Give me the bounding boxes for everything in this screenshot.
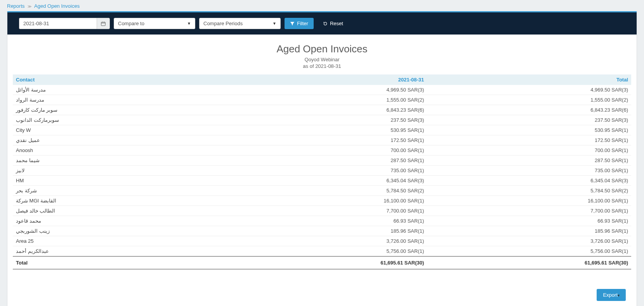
table-row: Area 253,726.00 SAR(1)3,726.00 SAR(1) [13, 236, 631, 246]
table-header-row: Contact 2021-08-31 Total [13, 74, 631, 85]
date-input-group [19, 18, 110, 29]
cell-contact[interactable]: سوبر ماركت كارفور [13, 105, 223, 115]
date-input[interactable] [19, 18, 97, 29]
export-button[interactable]: Export▾ [597, 289, 626, 301]
filter-button[interactable]: Filter [285, 18, 314, 29]
cell-period: 5,784.50 SAR(2) [223, 186, 427, 196]
aged-invoices-table: Contact 2021-08-31 Total مدرسة الأوائل4,… [13, 74, 631, 270]
cell-total: 700.00 SAR(1) [427, 145, 631, 156]
col-period[interactable]: 2021-08-31 [223, 74, 427, 85]
export-button-label: Export [603, 292, 618, 298]
table-footer-row: Total 61,695.61 SAR(30) 61,695.61 SAR(30… [13, 256, 631, 269]
cell-period: 6,843.23 SAR(6) [223, 105, 427, 115]
cell-period: 735.00 SAR(1) [223, 166, 427, 176]
cell-contact[interactable]: عميل نقدي [13, 135, 223, 145]
cell-period: 700.00 SAR(1) [223, 145, 427, 156]
caret-down-icon: ▼ [187, 21, 191, 26]
cell-total: 16,100.00 SAR(1) [427, 196, 631, 206]
cell-period: 66.93 SAR(1) [223, 216, 427, 226]
cell-period: 3,726.00 SAR(1) [223, 236, 427, 246]
cell-contact[interactable]: مدرسة الأوائل [13, 85, 223, 95]
cell-period: 5,756.00 SAR(1) [223, 246, 427, 257]
table-row: عميل نقدي172.50 SAR(1)172.50 SAR(1) [13, 135, 631, 145]
compare-to-select[interactable]: Compare to ▼ [114, 18, 195, 29]
cell-period: 1,555.00 SAR(2) [223, 95, 427, 105]
cell-total: 7,700.00 SAR(1) [427, 206, 631, 216]
filter-button-label: Filter [297, 21, 308, 26]
table-row: الطالب خالد فيصل7,700.00 SAR(1)7,700.00 … [13, 206, 631, 216]
cell-total: 3,726.00 SAR(1) [427, 236, 631, 246]
calendar-button[interactable] [97, 18, 110, 29]
cell-period: 237.50 SAR(3) [223, 115, 427, 125]
cell-contact[interactable]: HM [13, 176, 223, 186]
table-row: Anoosh700.00 SAR(1)700.00 SAR(1) [13, 145, 631, 156]
compare-periods-select[interactable]: Compare Periods ▼ [199, 18, 281, 29]
report-org: Qoyod Webinar [13, 57, 631, 62]
caret-down-icon: ▼ [273, 21, 276, 26]
footer-period: 61,695.61 SAR(30) [223, 256, 427, 269]
report-body: Aged Open Invoices Qoyod Webinar as of 2… [7, 35, 637, 306]
cell-contact[interactable]: عبدالكريم أحمد [13, 246, 223, 257]
table-row: مدرسة الرواد1,555.00 SAR(2)1,555.00 SAR(… [13, 95, 631, 105]
cell-contact[interactable]: شركة بحر [13, 186, 223, 196]
cell-contact[interactable]: الطالب خالد فيصل [13, 206, 223, 216]
table-row: زينب الشوربجي185.96 SAR(1)185.96 SAR(1) [13, 226, 631, 236]
cell-total: 5,756.00 SAR(1) [427, 246, 631, 257]
chevron-right-icon: ≫ [28, 4, 31, 9]
table-row: شيما محمد287.50 SAR(1)287.50 SAR(1) [13, 156, 631, 166]
reset-icon [323, 21, 328, 26]
col-total[interactable]: Total [427, 74, 631, 85]
cell-contact[interactable]: محمد قاعود [13, 216, 223, 226]
cell-total: 6,843.23 SAR(6) [427, 105, 631, 115]
cell-total: 287.50 SAR(1) [427, 156, 631, 166]
filter-bar: Compare to ▼ Compare Periods ▼ Filter Re… [7, 12, 637, 35]
table-row: City W530.95 SAR(1)530.95 SAR(1) [13, 125, 631, 135]
cell-total: 5,784.50 SAR(2) [427, 186, 631, 196]
cell-total: 6,345.04 SAR(3) [427, 176, 631, 186]
table-row: لابيز735.00 SAR(1)735.00 SAR(1) [13, 166, 631, 176]
table-row: سوبرماركت الدانوب237.50 SAR(3)237.50 SAR… [13, 115, 631, 125]
cell-contact[interactable]: Area 25 [13, 236, 223, 246]
cell-contact[interactable]: شيما محمد [13, 156, 223, 166]
cell-contact[interactable]: مدرسة الرواد [13, 95, 223, 105]
footer-total: 61,695.61 SAR(30) [427, 256, 631, 269]
compare-periods-label: Compare Periods [203, 21, 243, 26]
cell-contact[interactable]: سوبرماركت الدانوب [13, 115, 223, 125]
breadcrumb: Reports ≫ Aged Open Invoices [7, 0, 637, 11]
table-row: مدرسة الأوائل4,969.50 SAR(3)4,969.50 SAR… [13, 85, 631, 95]
cell-period: 287.50 SAR(1) [223, 156, 427, 166]
report-title: Aged Open Invoices [13, 43, 631, 55]
cell-contact[interactable]: لابيز [13, 166, 223, 176]
filter-icon [290, 21, 295, 26]
report-as-of: as of 2021-08-31 [13, 63, 631, 69]
cell-total: 4,969.50 SAR(3) [427, 85, 631, 95]
cell-contact[interactable]: City W [13, 125, 223, 135]
export-row: Export▾ [13, 270, 631, 305]
table-row: عبدالكريم أحمد5,756.00 SAR(1)5,756.00 SA… [13, 246, 631, 257]
cell-period: 7,700.00 SAR(1) [223, 206, 427, 216]
col-contact[interactable]: Contact [13, 74, 223, 85]
breadcrumb-current-link[interactable]: Aged Open Invoices [34, 3, 80, 9]
cell-period: 6,345.04 SAR(3) [223, 176, 427, 186]
compare-to-label: Compare to [118, 21, 144, 26]
breadcrumb-root-link[interactable]: Reports [7, 3, 25, 9]
cell-contact[interactable]: Anoosh [13, 145, 223, 156]
report-panel: Compare to ▼ Compare Periods ▼ Filter Re… [7, 11, 637, 306]
table-row: شركة MGI القابضة16,100.00 SAR(1)16,100.0… [13, 196, 631, 206]
cell-period: 4,969.50 SAR(3) [223, 85, 427, 95]
reset-button[interactable]: Reset [318, 18, 349, 29]
table-row: سوبر ماركت كارفور6,843.23 SAR(6)6,843.23… [13, 105, 631, 115]
cell-total: 735.00 SAR(1) [427, 166, 631, 176]
reset-button-label: Reset [330, 21, 343, 26]
table-row: محمد قاعود66.93 SAR(1)66.93 SAR(1) [13, 216, 631, 226]
cell-contact[interactable]: شركة MGI القابضة [13, 196, 223, 206]
table-row: HM6,345.04 SAR(3)6,345.04 SAR(3) [13, 176, 631, 186]
cell-total: 237.50 SAR(3) [427, 115, 631, 125]
cell-contact[interactable]: زينب الشوربجي [13, 226, 223, 236]
svg-rect-0 [101, 22, 106, 26]
cell-period: 172.50 SAR(1) [223, 135, 427, 145]
footer-label: Total [13, 256, 223, 269]
caret-down-icon: ▾ [618, 293, 620, 297]
cell-total: 66.93 SAR(1) [427, 216, 631, 226]
cell-period: 530.95 SAR(1) [223, 125, 427, 135]
